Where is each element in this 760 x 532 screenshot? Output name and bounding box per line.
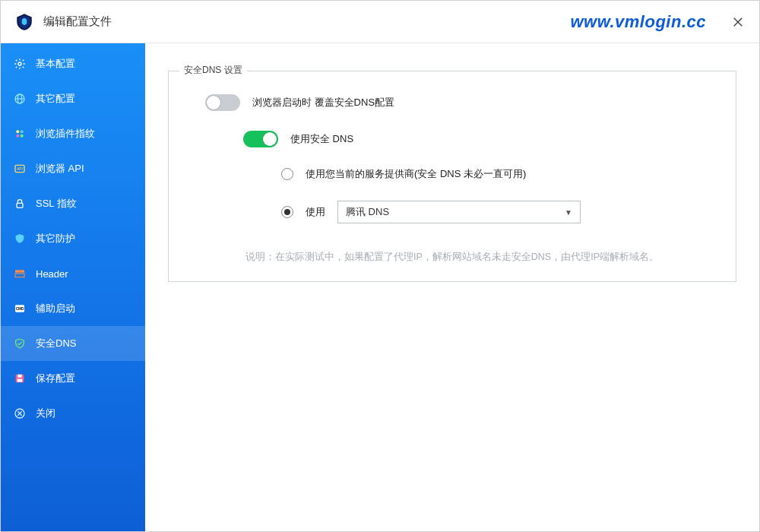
- main-area: 基本配置 其它配置 浏览插件指纹 API 浏览器 API: [1, 43, 759, 531]
- close-icon: [733, 17, 743, 27]
- sidebar-item-label: 关闭: [36, 407, 55, 420]
- sidebar-item-securedns[interactable]: 安全DNS: [1, 326, 145, 361]
- sidebar-item-auxstart[interactable]: CMD 辅助启动: [1, 291, 145, 326]
- option-use-prefix: 使用: [306, 205, 325, 219]
- header-icon: [13, 267, 27, 280]
- svg-text:CMD: CMD: [16, 307, 24, 311]
- app-window: 编辑配置文件 www.vmlogin.cc 基本配置 其它配置: [1, 1, 759, 531]
- save-icon: [13, 372, 27, 385]
- svg-text:API: API: [17, 167, 23, 171]
- lock-icon: [13, 197, 27, 211]
- sidebar-item-label: 辅助启动: [36, 302, 75, 315]
- row-override-toggle: 浏览器启动时 覆盖安全DNS配置: [190, 94, 714, 111]
- dns-provider-selected: 腾讯 DNS: [346, 205, 389, 219]
- sidebar-item-save[interactable]: 保存配置: [1, 361, 145, 396]
- svg-point-3: [18, 62, 21, 65]
- sidebar-item-header[interactable]: Header: [1, 256, 145, 291]
- x-circle-icon: [13, 407, 27, 420]
- row-use-secure-dns: 使用安全 DNS: [190, 131, 714, 147]
- sidebar-item-label: 安全DNS: [36, 337, 76, 350]
- puzzle-icon: [13, 127, 27, 141]
- app-logo-icon: [14, 12, 34, 32]
- row-option-use-provider: 使用 腾讯 DNS ▼: [190, 201, 714, 223]
- sidebar-item-ssl[interactable]: SSL 指纹: [1, 186, 145, 221]
- svg-rect-20: [17, 379, 23, 382]
- sidebar-item-other[interactable]: 其它配置: [1, 81, 145, 116]
- radio-current-provider[interactable]: [281, 168, 293, 180]
- cmd-icon: CMD: [13, 302, 27, 315]
- use-secure-dns-label: 使用安全 DNS: [290, 132, 353, 146]
- sidebar-item-protect[interactable]: 其它防护: [1, 221, 145, 256]
- svg-rect-15: [15, 274, 24, 277]
- api-icon: API: [13, 162, 27, 176]
- dns-provider-select[interactable]: 腾讯 DNS ▼: [337, 201, 581, 223]
- globe-icon: [13, 92, 27, 106]
- svg-rect-14: [15, 270, 24, 272]
- svg-point-7: [16, 130, 19, 133]
- close-button[interactable]: [727, 11, 749, 33]
- row-option-current-provider: 使用您当前的服务提供商(安全 DNS 未必一直可用): [190, 167, 714, 181]
- brand-url: www.vmlogin.cc: [570, 12, 706, 32]
- explanation-note: 说明：在实际测试中，如果配置了代理IP，解析网站域名未走安全DNS，由代理IP端…: [190, 249, 714, 264]
- dns-shield-icon: [13, 337, 27, 350]
- gear-icon: [13, 57, 27, 71]
- sidebar-item-label: SSL 指纹: [36, 197, 77, 211]
- option-current-provider-label: 使用您当前的服务提供商(安全 DNS 未必一直可用): [306, 167, 526, 181]
- override-toggle[interactable]: [205, 94, 240, 111]
- sidebar-item-label: 其它防护: [36, 232, 75, 245]
- radio-use-provider[interactable]: [281, 206, 293, 218]
- sidebar-item-label: 浏览器 API: [36, 162, 84, 176]
- use-secure-dns-toggle[interactable]: [243, 131, 278, 147]
- sidebar-item-label: 浏览插件指纹: [36, 127, 95, 141]
- sidebar-item-label: 基本配置: [36, 57, 75, 71]
- svg-point-8: [21, 130, 24, 133]
- secure-dns-groupbox: 安全DNS 设置 浏览器启动时 覆盖安全DNS配置 使用安全 DNS 使用您当前…: [168, 71, 736, 282]
- sidebar: 基本配置 其它配置 浏览插件指纹 API 浏览器 API: [1, 43, 145, 531]
- override-label: 浏览器启动时 覆盖安全DNS配置: [252, 96, 394, 109]
- window-title: 编辑配置文件: [43, 14, 112, 29]
- sidebar-item-label: 保存配置: [36, 372, 75, 385]
- sidebar-item-close[interactable]: 关闭: [1, 396, 145, 431]
- chevron-down-icon: ▼: [565, 208, 572, 217]
- svg-point-10: [21, 135, 24, 138]
- sidebar-item-label: Header: [36, 268, 68, 280]
- groupbox-title: 安全DNS 设置: [179, 64, 247, 77]
- svg-rect-19: [17, 375, 21, 378]
- svg-point-9: [16, 135, 19, 138]
- svg-rect-13: [17, 203, 23, 207]
- shield-icon: [13, 232, 27, 245]
- sidebar-item-browserapi[interactable]: API 浏览器 API: [1, 151, 145, 186]
- sidebar-item-plugins[interactable]: 浏览插件指纹: [1, 116, 145, 151]
- titlebar: 编辑配置文件 www.vmlogin.cc: [1, 1, 759, 43]
- sidebar-item-basic[interactable]: 基本配置: [1, 46, 145, 81]
- content-panel: 安全DNS 设置 浏览器启动时 覆盖安全DNS配置 使用安全 DNS 使用您当前…: [145, 43, 759, 531]
- sidebar-item-label: 其它配置: [36, 92, 75, 106]
